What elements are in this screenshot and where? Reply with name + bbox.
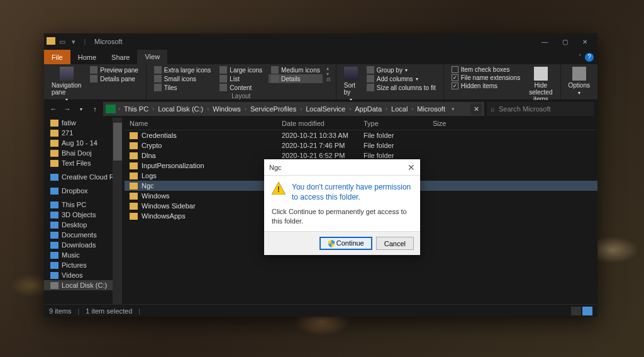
- tab-file[interactable]: File: [44, 50, 70, 64]
- tree-item[interactable]: 3D Objects: [44, 210, 113, 220]
- tab-view[interactable]: View: [137, 50, 167, 64]
- hide-selected-button[interactable]: Hide selected items: [526, 65, 555, 104]
- system-folder-icon: [50, 262, 58, 269]
- details-pane-button[interactable]: Details pane: [87, 74, 141, 83]
- qat-newfolder-icon[interactable]: ▾: [69, 37, 78, 46]
- tree-item[interactable]: Desktop: [44, 220, 113, 230]
- ribbon: Navigation pane▾ Preview pane Details pa…: [44, 64, 597, 100]
- continue-button[interactable]: Continue: [319, 237, 372, 250]
- layout-tiles[interactable]: Tiles: [152, 83, 213, 92]
- search-input[interactable]: ⌕ Search Microsoft: [487, 102, 594, 116]
- column-headers[interactable]: Name Date modified Type Size: [125, 118, 597, 130]
- tree-item[interactable]: fatiw: [44, 118, 113, 128]
- layout-details[interactable]: Details: [269, 74, 323, 83]
- col-size[interactable]: Size: [428, 118, 478, 130]
- qat-properties-icon[interactable]: ▭: [58, 37, 67, 46]
- crumb-windows[interactable]: Windows: [210, 105, 243, 113]
- tree-item[interactable]: Local Disk (C:): [44, 280, 113, 290]
- tab-share[interactable]: Share: [104, 50, 137, 64]
- system-folder-icon: [50, 201, 58, 208]
- tree-item[interactable]: 271: [44, 128, 113, 138]
- layout-content[interactable]: Content: [217, 83, 265, 92]
- view-details-icon[interactable]: [571, 307, 581, 315]
- tree-item[interactable]: Downloads: [44, 240, 113, 250]
- system-folder-icon: [50, 174, 58, 181]
- tree-item[interactable]: Pictures: [44, 260, 113, 270]
- layout-scroll-down[interactable]: ▾: [326, 71, 331, 77]
- system-folder-icon: [50, 242, 58, 249]
- tree-item[interactable]: Aug 10 - 14: [44, 138, 113, 148]
- titlebar[interactable]: ▭ ▾ | Microsoft — ▢ ✕: [44, 33, 597, 50]
- minimize-button[interactable]: —: [535, 35, 555, 48]
- col-date[interactable]: Date modified: [277, 118, 358, 130]
- tree-item[interactable]: Dropbox: [44, 186, 113, 196]
- layout-large[interactable]: Large icons: [217, 65, 265, 74]
- tree-item[interactable]: Music: [44, 250, 113, 260]
- layout-expand[interactable]: ⊟: [326, 77, 331, 82]
- tree-scrollbar[interactable]: [113, 118, 122, 304]
- recent-dropdown[interactable]: ▾: [75, 103, 87, 115]
- refresh-button[interactable]: ✕: [470, 103, 482, 115]
- crumb-local[interactable]: Local: [389, 105, 410, 113]
- layout-extralarge[interactable]: Extra large icons: [152, 65, 213, 74]
- tree-item[interactable]: Documents: [44, 230, 113, 240]
- system-folder-icon: [50, 212, 58, 218]
- crumb-appdata[interactable]: AppData: [352, 105, 384, 113]
- folder-icon: [130, 162, 138, 169]
- system-folder-icon: [50, 272, 58, 279]
- folder-icon: [50, 130, 58, 137]
- group-by-button[interactable]: Group by ▾: [364, 65, 438, 74]
- nav-tree[interactable]: fatiw271Aug 10 - 14Bhai DoojText FilesCr…: [44, 118, 113, 304]
- file-extensions-toggle[interactable]: ✓File name extensions: [449, 74, 523, 82]
- system-folder-icon: [50, 232, 58, 239]
- options-button[interactable]: Options▾: [566, 65, 592, 97]
- tree-item[interactable]: This PC: [44, 200, 113, 210]
- tree-item[interactable]: Bhai Dooj: [44, 148, 113, 158]
- tree-item[interactable]: Creative Cloud Files: [44, 172, 113, 182]
- col-type[interactable]: Type: [358, 118, 428, 130]
- maximize-button[interactable]: ▢: [555, 35, 575, 48]
- crumb-thispc[interactable]: This PC: [121, 105, 151, 113]
- dialog-close-button[interactable]: ✕: [408, 162, 415, 173]
- sort-by-button[interactable]: Sort by▾: [341, 65, 360, 104]
- ribbon-collapse-icon[interactable]: ˆ: [579, 54, 581, 61]
- crumb-localservice[interactable]: LocalService: [303, 105, 348, 113]
- col-name[interactable]: Name: [125, 118, 277, 130]
- add-columns-button[interactable]: Add columns ▾: [364, 74, 438, 83]
- item-checkboxes-toggle[interactable]: Item check boxes: [449, 65, 523, 74]
- tree-item[interactable]: Videos: [44, 270, 113, 280]
- layout-small[interactable]: Small icons: [152, 74, 213, 83]
- file-row[interactable]: Crypto2020-10-21 7:46 PMFile folder: [125, 140, 597, 150]
- crumb-serviceprofiles[interactable]: ServiceProfiles: [248, 105, 299, 113]
- folder-icon: [130, 213, 138, 220]
- up-button[interactable]: ↑: [89, 103, 101, 115]
- layout-medium[interactable]: Medium icons: [269, 65, 323, 74]
- help-icon[interactable]: ?: [585, 53, 594, 62]
- ribbon-tabs: File Home Share View ˆ ?: [44, 50, 597, 64]
- breadcrumb[interactable]: › This PC› Local Disk (C:)› Windows› Ser…: [103, 102, 484, 116]
- back-button[interactable]: ←: [48, 103, 59, 115]
- layout-list[interactable]: List: [217, 74, 265, 83]
- dialog-titlebar[interactable]: Ngc ✕: [264, 159, 420, 176]
- size-columns-button[interactable]: Size all columns to fit: [364, 83, 438, 92]
- hidden-items-toggle[interactable]: ✓Hidden items: [449, 82, 523, 90]
- navigation-pane-button[interactable]: Navigation pane▾: [49, 65, 84, 104]
- folder-icon: [130, 142, 138, 149]
- status-count: 9 items: [49, 307, 71, 315]
- crumb-localdisk[interactable]: Local Disk (C:): [155, 105, 206, 113]
- file-row[interactable]: Credentials2020-10-21 10:33 AMFile folde…: [125, 130, 597, 140]
- folder-icon: [130, 152, 138, 159]
- cancel-button[interactable]: Cancel: [376, 237, 414, 250]
- view-thumbnails-icon[interactable]: [582, 307, 592, 315]
- layout-scroll-up[interactable]: ▴: [326, 65, 331, 71]
- tab-home[interactable]: Home: [70, 50, 104, 64]
- forward-button[interactable]: →: [62, 103, 73, 115]
- close-button[interactable]: ✕: [575, 35, 595, 48]
- system-folder-icon: [50, 252, 58, 259]
- folder-icon: [130, 193, 138, 200]
- folder-icon: [50, 160, 58, 167]
- preview-pane-button[interactable]: Preview pane: [87, 65, 141, 74]
- crumb-microsoft[interactable]: Microsoft: [414, 105, 448, 113]
- tree-item[interactable]: Text Files: [44, 158, 113, 168]
- folder-icon: [50, 150, 58, 157]
